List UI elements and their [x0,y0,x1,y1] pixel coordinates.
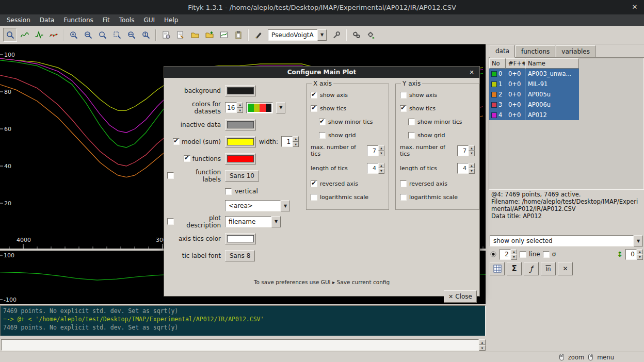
dataset-row[interactable]: 1 0+0 MIL-91 [489,79,643,89]
dataset-colors-preview[interactable] [246,102,273,113]
zoom-y-button[interactable] [139,28,153,42]
model-width-spinner[interactable]: 1 [281,136,299,147]
model-color-button[interactable] [225,136,256,147]
fit-pen-button[interactable] [251,28,265,42]
spin-up-icon[interactable] [511,249,517,255]
y-show-axis-checkbox[interactable] [400,92,407,98]
history-up-icon[interactable] [479,339,486,345]
zoom-mode-button[interactable] [3,28,17,42]
label-content-dropdown-icon[interactable] [281,200,290,211]
history-down-icon[interactable] [479,345,486,351]
zoom-in-button[interactable] [67,28,81,42]
column-header-no[interactable]: No [489,58,506,69]
functions-checkbox[interactable] [184,155,190,162]
sum-datasets-button[interactable]: Σ [507,262,522,275]
functions-color-button[interactable] [225,153,256,164]
zoom-100-button[interactable] [95,28,109,42]
spin-up-icon[interactable] [237,102,243,108]
dataset-row[interactable]: 2 0+0 AP005u [489,89,643,100]
column-header-name[interactable]: Name [525,58,579,69]
spin-down-icon[interactable] [511,254,517,260]
export-image-button[interactable] [217,28,231,42]
delete-data-button[interactable]: ✕ [558,262,573,275]
dataset-colors-count-spinner[interactable]: 16 [225,102,243,113]
menu-data[interactable]: Data [35,15,59,25]
model-checkbox[interactable] [173,138,180,145]
x-show-grid-checkbox[interactable] [319,132,326,139]
x-max-tics-spinner[interactable]: 7 [367,145,384,156]
zoom-out-button[interactable] [81,28,95,42]
include-data-button[interactable] [202,28,216,42]
spin-down-icon[interactable] [293,142,299,147]
view-data-button[interactable] [32,28,46,42]
menu-gui[interactable]: GUI [139,15,159,25]
auto-add-button[interactable] [329,28,343,42]
show-filter-dropdown-icon[interactable] [634,235,643,246]
sigma-checkbox[interactable] [543,251,550,258]
line-checkbox[interactable] [520,251,526,258]
spin-up-icon[interactable] [469,163,475,169]
tab-variables[interactable]: variables [556,45,595,57]
zoom-x-button[interactable] [124,28,138,42]
menu-functions[interactable]: Functions [59,15,98,25]
run-fit-button[interactable] [349,28,363,42]
menu-tools[interactable]: Tools [115,15,139,25]
spin-down-icon[interactable] [378,168,384,174]
dataset-row[interactable]: 3 0+0 AP006u [489,100,643,110]
menu-fit[interactable]: Fit [98,15,115,25]
y-tic-length-spinner[interactable]: 4 [457,163,475,174]
x-reversed-checkbox[interactable] [311,180,317,187]
dialog-close-button[interactable]: Close [444,290,477,303]
command-input[interactable] [1,339,479,351]
function-type-dropdown-icon[interactable] [317,29,327,41]
plot-description-checkbox[interactable] [167,218,174,225]
tab-data[interactable]: data [490,45,515,58]
dialog-titlebar[interactable]: Configure Main Plot [164,67,479,78]
tab-functions[interactable]: functions [516,45,555,57]
spin-down-icon[interactable] [469,151,475,156]
show-filter-combo[interactable]: show only selected [490,235,643,246]
point-size-spinner[interactable]: 2 [500,249,517,260]
dataset-colors-dropdown-icon[interactable] [276,102,285,113]
x-tic-length-spinner[interactable]: 4 [367,163,384,174]
y-show-grid-checkbox[interactable] [408,132,415,139]
session-config-button[interactable] [173,28,187,42]
data-log-button[interactable]: ln [541,262,556,275]
edit-data-grid-button[interactable] [490,262,505,275]
plot-description-dropdown-icon[interactable] [271,216,281,227]
x-show-axis-checkbox[interactable] [311,92,317,98]
dialog-close-icon[interactable] [468,68,476,76]
session-new-button[interactable] [159,28,173,42]
inactive-data-color-button[interactable] [225,119,256,130]
spin-up-icon[interactable] [469,145,475,151]
spin-down-icon[interactable] [378,151,384,156]
y-show-minor-tics-checkbox[interactable] [408,119,415,125]
zoom-all-button[interactable] [110,28,124,42]
shift-spinner[interactable]: 0 [625,249,643,260]
spin-up-icon[interactable] [378,163,384,169]
output-console[interactable]: 7469 points. No explicit std. dev. Set a… [0,305,486,336]
y-show-tics-checkbox[interactable] [400,105,407,112]
transform-data-button[interactable]: ƒ [524,262,539,275]
x-show-minor-tics-checkbox[interactable] [319,119,326,125]
open-session-button[interactable] [188,28,202,42]
spin-down-icon[interactable] [469,168,475,174]
menu-session[interactable]: Session [2,15,35,25]
menu-help[interactable]: Help [159,15,183,25]
column-header-fcount[interactable]: #F+# [506,58,525,69]
copy-image-button[interactable] [231,28,245,42]
spin-down-icon[interactable] [237,108,243,113]
fit-settings-button[interactable] [364,28,378,42]
tic-label-font-button[interactable]: Sans 8 [225,250,255,261]
x-show-tics-checkbox[interactable] [311,105,317,112]
function-type-combo[interactable]: PseudoVoigtA [268,29,327,41]
label-content-combo[interactable]: <area> [225,200,290,211]
spin-up-icon[interactable] [637,249,643,255]
vertical-checkbox[interactable] [225,188,232,195]
function-labels-font-button[interactable]: Sans 10 [225,170,259,182]
dataset-row[interactable]: 4 0+0 AP012 [489,110,643,120]
background-color-button[interactable] [225,85,256,96]
dataset-row[interactable]: 0 0+0 AP003_unwa... [489,69,643,79]
function-labels-checkbox[interactable] [167,172,174,179]
axis-tics-color-button[interactable] [225,233,256,244]
